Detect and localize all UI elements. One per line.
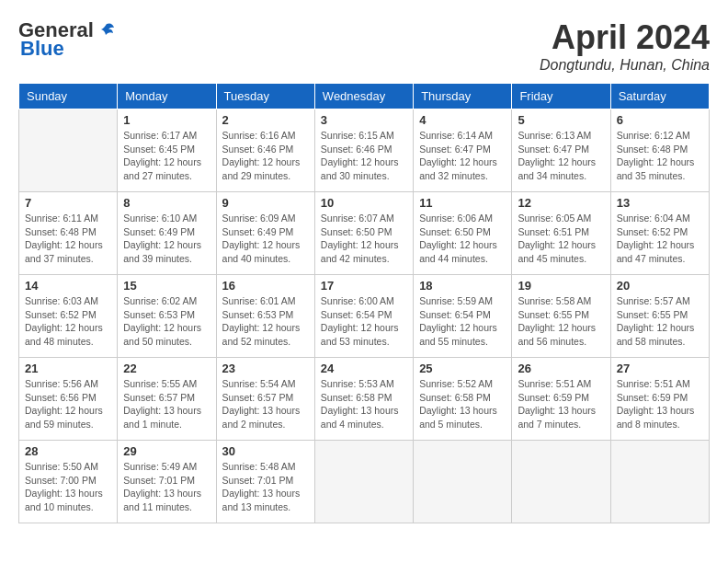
day-number: 13 — [617, 196, 703, 210]
calendar-cell: 19Sunrise: 5:58 AMSunset: 6:55 PMDayligh… — [512, 275, 610, 358]
day-info: Sunrise: 5:53 AMSunset: 6:58 PMDaylight:… — [321, 377, 407, 431]
day-number: 28 — [25, 444, 111, 458]
calendar-cell: 12Sunrise: 6:05 AMSunset: 6:51 PMDayligh… — [512, 192, 610, 275]
calendar-cell: 25Sunrise: 5:52 AMSunset: 6:58 PMDayligh… — [414, 358, 512, 441]
day-info: Sunrise: 5:59 AMSunset: 6:54 PMDaylight:… — [419, 294, 506, 349]
calendar-cell: 26Sunrise: 5:51 AMSunset: 6:59 PMDayligh… — [512, 358, 610, 441]
calendar-cell: 24Sunrise: 5:53 AMSunset: 6:58 PMDayligh… — [314, 358, 413, 441]
day-number: 25 — [419, 362, 506, 375]
day-number: 17 — [321, 279, 407, 293]
calendar-day-header-thursday: Thursday — [414, 84, 512, 109]
day-number: 14 — [25, 279, 111, 293]
day-number: 27 — [617, 362, 703, 375]
day-info: Sunrise: 6:01 AMSunset: 6:53 PMDaylight:… — [222, 294, 309, 349]
calendar-day-header-tuesday: Tuesday — [216, 84, 314, 109]
day-number: 15 — [123, 279, 210, 293]
calendar-cell: 4Sunrise: 6:14 AMSunset: 6:47 PMDaylight… — [414, 109, 512, 192]
page-header: General Blue April 2024 Dongtundu, Hunan… — [18, 18, 710, 74]
calendar-cell: 28Sunrise: 5:50 AMSunset: 7:00 PMDayligh… — [19, 441, 118, 523]
day-number: 7 — [25, 196, 111, 210]
title-section: April 2024 Dongtundu, Hunan, China — [540, 18, 710, 74]
day-number: 16 — [222, 279, 309, 293]
calendar-cell: 10Sunrise: 6:07 AMSunset: 6:50 PMDayligh… — [314, 192, 413, 275]
day-number: 19 — [518, 279, 604, 293]
logo-bird-icon — [96, 20, 116, 40]
calendar-cell: 16Sunrise: 6:01 AMSunset: 6:53 PMDayligh… — [216, 275, 314, 358]
calendar-cell: 1Sunrise: 6:17 AMSunset: 6:45 PMDaylight… — [118, 109, 216, 192]
calendar-week-row: 14Sunrise: 6:03 AMSunset: 6:52 PMDayligh… — [19, 275, 710, 358]
day-number: 8 — [123, 196, 210, 210]
day-info: Sunrise: 5:57 AMSunset: 6:55 PMDaylight:… — [617, 294, 703, 349]
day-number: 5 — [518, 113, 604, 127]
calendar-header-row: SundayMondayTuesdayWednesdayThursdayFrid… — [19, 84, 710, 109]
calendar-cell: 30Sunrise: 5:48 AMSunset: 7:01 PMDayligh… — [216, 441, 314, 523]
calendar-day-header-monday: Monday — [118, 84, 216, 109]
calendar-week-row: 21Sunrise: 5:56 AMSunset: 6:56 PMDayligh… — [19, 358, 710, 441]
calendar-cell: 11Sunrise: 6:06 AMSunset: 6:50 PMDayligh… — [414, 192, 512, 275]
calendar-cell: 27Sunrise: 5:51 AMSunset: 6:59 PMDayligh… — [610, 358, 709, 441]
day-number: 20 — [617, 279, 703, 293]
location: Dongtundu, Hunan, China — [540, 57, 710, 74]
day-info: Sunrise: 6:15 AMSunset: 6:46 PMDaylight:… — [321, 129, 407, 183]
day-info: Sunrise: 6:02 AMSunset: 6:53 PMDaylight:… — [123, 294, 210, 349]
calendar-cell: 29Sunrise: 5:49 AMSunset: 7:01 PMDayligh… — [118, 441, 216, 523]
day-info: Sunrise: 6:05 AMSunset: 6:51 PMDaylight:… — [518, 212, 604, 266]
calendar-day-header-wednesday: Wednesday — [314, 84, 413, 109]
day-number: 9 — [222, 196, 309, 210]
calendar-cell: 22Sunrise: 5:55 AMSunset: 6:57 PMDayligh… — [118, 358, 216, 441]
calendar-cell: 18Sunrise: 5:59 AMSunset: 6:54 PMDayligh… — [414, 275, 512, 358]
day-number: 10 — [321, 196, 407, 210]
day-number: 22 — [123, 362, 210, 375]
calendar-cell: 23Sunrise: 5:54 AMSunset: 6:57 PMDayligh… — [216, 358, 314, 441]
calendar-cell: 15Sunrise: 6:02 AMSunset: 6:53 PMDayligh… — [118, 275, 216, 358]
calendar-cell: 21Sunrise: 5:56 AMSunset: 6:56 PMDayligh… — [19, 358, 118, 441]
day-info: Sunrise: 6:13 AMSunset: 6:47 PMDaylight:… — [518, 129, 604, 183]
calendar-week-row: 7Sunrise: 6:11 AMSunset: 6:48 PMDaylight… — [19, 192, 710, 275]
day-number: 11 — [419, 196, 506, 210]
logo-blue-text: Blue — [20, 37, 64, 61]
calendar-week-row: 1Sunrise: 6:17 AMSunset: 6:45 PMDaylight… — [19, 109, 710, 192]
day-number: 23 — [222, 362, 309, 375]
day-info: Sunrise: 5:51 AMSunset: 6:59 PMDaylight:… — [518, 377, 604, 431]
calendar-cell: 5Sunrise: 6:13 AMSunset: 6:47 PMDaylight… — [512, 109, 610, 192]
calendar-cell — [414, 441, 512, 523]
day-info: Sunrise: 6:09 AMSunset: 6:49 PMDaylight:… — [222, 212, 309, 266]
day-info: Sunrise: 6:03 AMSunset: 6:52 PMDaylight:… — [25, 294, 111, 349]
calendar-cell: 9Sunrise: 6:09 AMSunset: 6:49 PMDaylight… — [216, 192, 314, 275]
calendar-cell: 2Sunrise: 6:16 AMSunset: 6:46 PMDaylight… — [216, 109, 314, 192]
calendar-cell — [610, 441, 709, 523]
day-info: Sunrise: 5:48 AMSunset: 7:01 PMDaylight:… — [222, 460, 309, 514]
day-info: Sunrise: 6:10 AMSunset: 6:49 PMDaylight:… — [123, 212, 210, 266]
day-info: Sunrise: 6:06 AMSunset: 6:50 PMDaylight:… — [419, 212, 506, 266]
calendar-cell: 13Sunrise: 6:04 AMSunset: 6:52 PMDayligh… — [610, 192, 709, 275]
day-info: Sunrise: 5:51 AMSunset: 6:59 PMDaylight:… — [617, 377, 703, 431]
day-info: Sunrise: 5:55 AMSunset: 6:57 PMDaylight:… — [123, 377, 210, 431]
calendar-day-header-friday: Friday — [512, 84, 610, 109]
day-info: Sunrise: 5:54 AMSunset: 6:57 PMDaylight:… — [222, 377, 309, 431]
calendar-cell — [314, 441, 413, 523]
day-info: Sunrise: 5:50 AMSunset: 7:00 PMDaylight:… — [25, 460, 111, 514]
calendar-table: SundayMondayTuesdayWednesdayThursdayFrid… — [18, 83, 710, 523]
day-info: Sunrise: 6:00 AMSunset: 6:54 PMDaylight:… — [321, 294, 407, 349]
day-number: 4 — [419, 113, 506, 127]
day-info: Sunrise: 5:56 AMSunset: 6:56 PMDaylight:… — [25, 377, 111, 431]
day-number: 1 — [123, 113, 210, 127]
day-number: 24 — [321, 362, 407, 375]
calendar-day-header-saturday: Saturday — [610, 84, 709, 109]
calendar-cell: 7Sunrise: 6:11 AMSunset: 6:48 PMDaylight… — [19, 192, 118, 275]
calendar-day-header-sunday: Sunday — [19, 84, 118, 109]
day-info: Sunrise: 6:12 AMSunset: 6:48 PMDaylight:… — [617, 129, 703, 183]
day-info: Sunrise: 5:58 AMSunset: 6:55 PMDaylight:… — [518, 294, 604, 349]
calendar-cell: 20Sunrise: 5:57 AMSunset: 6:55 PMDayligh… — [610, 275, 709, 358]
calendar-cell: 3Sunrise: 6:15 AMSunset: 6:46 PMDaylight… — [314, 109, 413, 192]
day-number: 2 — [222, 113, 309, 127]
month-title: April 2024 — [540, 18, 710, 57]
day-number: 3 — [321, 113, 407, 127]
calendar-cell: 6Sunrise: 6:12 AMSunset: 6:48 PMDaylight… — [610, 109, 709, 192]
day-number: 6 — [617, 113, 703, 127]
day-number: 21 — [25, 362, 111, 375]
calendar-cell — [19, 109, 118, 192]
calendar-cell: 14Sunrise: 6:03 AMSunset: 6:52 PMDayligh… — [19, 275, 118, 358]
calendar-cell: 17Sunrise: 6:00 AMSunset: 6:54 PMDayligh… — [314, 275, 413, 358]
day-number: 18 — [419, 279, 506, 293]
